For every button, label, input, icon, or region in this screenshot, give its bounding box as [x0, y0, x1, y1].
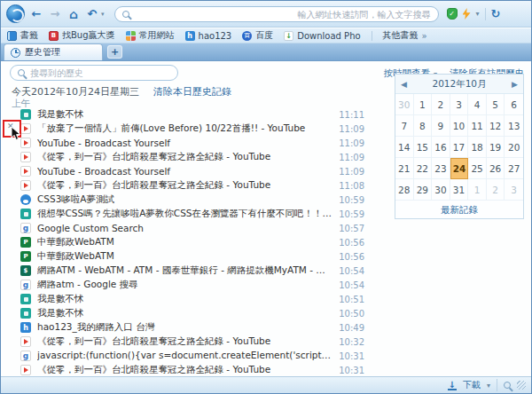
calendar-day[interactable]: 31 — [450, 179, 469, 201]
history-entry[interactable]: 中華郵政WebATM10:56 — [1, 235, 366, 249]
back-button[interactable] — [29, 2, 43, 27]
clear-today-link[interactable]: 清除本日歷史記錄 — [153, 85, 231, 98]
calendar-prev-icon[interactable]: ◀ — [401, 80, 407, 89]
calendar-day[interactable]: 30 — [395, 94, 414, 115]
google-favicon — [20, 223, 31, 233]
history-entry[interactable]: CSS3哆啦A夢測試10:59 — [1, 193, 366, 207]
bookmark-other-bookmarks[interactable]: 其他書籤» — [383, 29, 427, 42]
download-icon[interactable] — [448, 381, 457, 390]
resize-grip[interactable] — [517, 381, 526, 390]
hao123-icon — [185, 31, 195, 41]
calendar-day[interactable]: 2 — [487, 179, 505, 201]
history-entry[interactable]: hao123_我的網路入口 台灣10:49 — [1, 320, 366, 335]
home-button[interactable] — [66, 2, 81, 27]
history-entry-title: 中華郵政WebATM — [37, 236, 332, 248]
history-search-box[interactable] — [10, 65, 178, 81]
history-entry[interactable]: 網路atm - Google 搜尋10:54 — [1, 278, 366, 292]
bookmark-baidu[interactable]: 百度 — [242, 29, 273, 42]
history-entry-title: 很想學CSS嗎？先讓哆啦A夢教你CSS在各瀏覽器下有什麼不同吧！！我是數不怵 — [37, 208, 332, 220]
forward-button[interactable] — [48, 2, 62, 27]
latest-records-link[interactable]: 最新記錄 — [395, 201, 523, 218]
history-entry[interactable]: 很想學CSS嗎？先讓哆啦A夢教你CSS在各瀏覽器下有什麼不同吧！！我是數不怵10… — [1, 207, 366, 221]
teal-favicon — [20, 109, 31, 120]
calendar-grid: 3012345678910111213141516171819202122232… — [395, 94, 523, 201]
calendar-day[interactable]: 1 — [468, 179, 487, 201]
calendar-day[interactable]: 18 — [468, 137, 487, 158]
history-entry[interactable]: YouTube - Broadcast Yourself11:09 — [1, 164, 366, 178]
calendar-day[interactable]: 24 — [450, 158, 469, 179]
calendar-day[interactable]: 10 — [450, 115, 469, 137]
calendar-day[interactable]: 2 — [432, 94, 450, 115]
boost-lightning-icon[interactable] — [463, 8, 471, 20]
bookmark-hao123[interactable]: hao123 — [185, 31, 232, 41]
history-entry[interactable]: 我是數不怵11:11 — [1, 107, 366, 122]
history-entry[interactable]: 我是數不怵10:50 — [1, 306, 366, 320]
calendar-day[interactable]: 26 — [487, 158, 505, 179]
history-entry[interactable]: 《從零，到一百》台北暗殺星奪冠之路全紀錄 - YouTube11:09 — [1, 150, 366, 164]
tab-history-manager[interactable]: 歷史管理 — [4, 43, 103, 60]
calendar-day[interactable]: 30 — [432, 179, 450, 201]
history-entry[interactable]: 《從零，到一百》台北暗殺星奪冠之路全紀錄 - YouTube10:32 — [1, 335, 366, 349]
history-entry[interactable]: YouTube - Broadcast Yourself11:09 — [1, 136, 366, 150]
calendar-day[interactable]: 1 — [414, 94, 433, 115]
calendar-day[interactable]: 23 — [432, 158, 450, 179]
chevron-down-icon[interactable] — [476, 10, 480, 18]
calendar-month-label: 2012年10月 — [432, 78, 486, 91]
history-entry[interactable]: 「放棄了一個情人」前傳(Love Before) 10/22首播!! - You… — [1, 122, 366, 136]
history-entry[interactable]: 《從零，到一百》台北暗殺星奪冠之路全紀錄 - YouTube11:08 — [1, 178, 366, 193]
calendar-day[interactable]: 22 — [414, 158, 433, 179]
calendar-day[interactable]: 28 — [395, 179, 414, 201]
calendar-day[interactable]: 12 — [487, 115, 505, 137]
calendar-day[interactable]: 25 — [468, 158, 487, 179]
today-date-label: 今天2012年10月24日星期三 — [12, 85, 139, 98]
bookmark-frequent-sites[interactable]: 常用網站 — [126, 29, 175, 42]
calendar-day[interactable]: 3 — [505, 179, 523, 201]
calendar-day[interactable]: 14 — [395, 137, 414, 158]
calendar-day[interactable]: 11 — [468, 115, 487, 137]
calendar-day[interactable]: 7 — [395, 115, 414, 137]
history-entry[interactable]: 中華郵政WebATM10:56 — [1, 249, 366, 264]
history-search-input[interactable] — [30, 68, 170, 78]
calendar-day[interactable]: 3 — [450, 94, 469, 115]
calendar-day[interactable]: 15 — [414, 137, 433, 158]
download-button[interactable]: 下載 — [463, 379, 481, 391]
calendar-day[interactable]: 17 — [450, 137, 469, 158]
youtube-favicon — [20, 180, 31, 191]
new-tab-button[interactable]: + — [107, 45, 122, 59]
calendar-day[interactable]: 21 — [395, 158, 414, 179]
calendar-day[interactable]: 16 — [432, 137, 450, 158]
bookmarks-bar: 書籤找Bug贏大獎常用網站hao123百度Download Pho其他書籤» — [1, 28, 531, 43]
history-entry[interactable]: Google Custom Search10:57 — [1, 221, 366, 235]
google-favicon — [20, 351, 31, 361]
calendar-day[interactable]: 19 — [487, 137, 505, 158]
history-entry[interactable]: 我是數不怵10:51 — [1, 292, 366, 306]
refresh-icon[interactable] — [491, 7, 501, 20]
calendar-day[interactable]: 27 — [505, 158, 523, 179]
bookmark-bug-prize[interactable]: 找Bug贏大獎 — [49, 29, 115, 42]
bookmark-download-pho[interactable]: Download Pho — [284, 31, 360, 41]
calendar-day[interactable]: 13 — [505, 115, 523, 137]
history-entry-title: 《從零，到一百》台北暗殺星奪冠之路全紀錄 - YouTube — [37, 335, 332, 348]
zoom-icon[interactable] — [504, 382, 511, 389]
bookmark-bookmarks[interactable]: 書籤 — [7, 29, 38, 42]
history-entry[interactable]: 網路ATM - WebATM - ATM - 國泰世華銀行 - 網路提款機MyA… — [1, 264, 366, 278]
undo-dropdown-icon[interactable] — [101, 11, 105, 18]
calendar-day[interactable]: 6 — [505, 94, 523, 115]
history-entry[interactable]: 《從零，到一百》台北暗殺星奪冠之路全紀錄 - YouTube10:31 — [1, 363, 366, 377]
undo-button[interactable] — [85, 2, 99, 27]
google-favicon — [20, 280, 31, 290]
tab-bar: 歷史管理 + — [1, 43, 531, 61]
calendar-day[interactable]: 20 — [505, 137, 523, 158]
calendar-day[interactable]: 9 — [432, 115, 450, 137]
address-input[interactable]: 輸入網址快速訪問，輸入文字搜尋 — [114, 6, 439, 22]
main-toolbar: 輸入網址快速訪問，輸入文字搜尋 — [1, 1, 531, 28]
calendar-day[interactable]: 29 — [414, 179, 433, 201]
security-shield-icon[interactable] — [447, 8, 458, 20]
calendar-next-icon[interactable]: ▶ — [512, 80, 518, 89]
calendar-day[interactable]: 4 — [468, 94, 487, 115]
history-entry[interactable]: javascript:(function(){var s=document.cr… — [1, 349, 366, 363]
youtube-favicon — [20, 336, 31, 347]
calendar-day[interactable]: 8 — [414, 115, 433, 137]
download-dropdown-icon[interactable] — [487, 382, 490, 390]
calendar-day[interactable]: 5 — [487, 94, 505, 115]
